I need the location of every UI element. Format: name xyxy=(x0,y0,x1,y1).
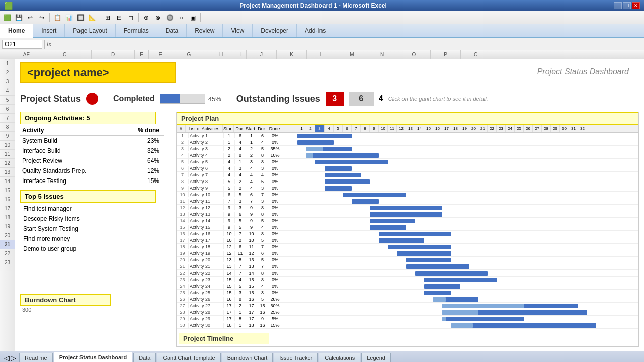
gantt-row-s2: 15 xyxy=(246,284,257,289)
gantt-header: Project Plan xyxy=(177,112,638,125)
window-controls[interactable]: – ❐ ✕ xyxy=(614,2,640,9)
gantt-inner: # List of Activities Start Dur Start Dur… xyxy=(177,125,638,329)
project-name-cell[interactable]: <project name> xyxy=(20,62,176,83)
gantt-chart-col-header: 25 xyxy=(515,125,524,132)
tab-legend[interactable]: Legend xyxy=(361,353,391,362)
tab-nav-right[interactable]: ▷ xyxy=(11,354,16,362)
tb-icon-10[interactable]: 🔘 xyxy=(165,13,175,23)
col-ae[interactable]: AE xyxy=(15,50,38,59)
gantt-row-s1: 9 xyxy=(224,218,235,223)
col-f[interactable]: F xyxy=(149,50,172,59)
gantt-row-name: Activity 25 xyxy=(189,290,224,295)
tab-project-status-dashboard[interactable]: Project Status Dashboard xyxy=(54,352,132,362)
gantt-chart-col-header: 18 xyxy=(451,125,460,132)
gantt-row-num: 25 xyxy=(177,290,189,295)
col-i[interactable]: I xyxy=(236,50,247,59)
tab-gantt-chart-template[interactable]: Gantt Chart Template xyxy=(157,353,220,362)
office-icon[interactable]: 🟩 xyxy=(2,13,12,23)
gantt-bar-done xyxy=(306,153,313,158)
tb-icon-7[interactable]: ◻ xyxy=(126,13,136,23)
gantt-row-s2: 9 xyxy=(246,212,257,217)
tab-home[interactable]: Home xyxy=(0,24,33,38)
name-box[interactable] xyxy=(2,40,42,49)
tab-read-me[interactable]: Read me xyxy=(19,353,53,362)
activity-row: Interface Testing15% xyxy=(20,176,164,186)
tab-nav-left[interactable]: ◁ xyxy=(4,354,10,362)
gantt-chart-area[interactable]: 1234567891011121314151617181920212223242… xyxy=(297,125,638,329)
tab-data[interactable]: Data xyxy=(157,24,187,37)
tb-icon-3[interactable]: 🔲 xyxy=(75,13,86,23)
gantt-table-row: 27 Activity 27 17 2 17 15 60% xyxy=(177,303,297,309)
col-p[interactable]: P xyxy=(431,50,461,59)
tb-icon-2[interactable]: 📊 xyxy=(64,13,74,23)
gantt-chart-col-header: 32 xyxy=(578,125,587,132)
tb-icon-4[interactable]: 📐 xyxy=(87,13,97,23)
gantt-bar-row xyxy=(297,178,638,185)
gantt-row-name: Activity 4 xyxy=(189,153,224,158)
gantt-row-name: Activity 22 xyxy=(189,270,224,276)
tab-calculations[interactable]: Calculations xyxy=(319,353,360,362)
tb-icon-8[interactable]: ⊕ xyxy=(141,13,151,23)
col-o[interactable]: O xyxy=(397,50,431,59)
gantt-table-row: 9 Activity 9 5 2 4 3 0% xyxy=(177,185,297,192)
col-k[interactable]: K xyxy=(277,50,307,59)
col-e[interactable]: E xyxy=(135,50,149,59)
gantt-chart-col-header: 21 xyxy=(478,125,488,132)
issue-row: Start System Testing xyxy=(20,224,164,234)
gcol-dur1: Dur xyxy=(234,125,245,132)
redo-icon[interactable]: ↪ xyxy=(37,13,47,23)
col-j[interactable]: J xyxy=(247,50,277,59)
save-icon[interactable]: 💾 xyxy=(14,13,24,23)
tb-icon-1[interactable]: 📋 xyxy=(52,13,62,23)
tb-icon-12[interactable]: ▣ xyxy=(188,13,198,23)
row-4: 4 xyxy=(0,86,15,96)
col-m[interactable]: M xyxy=(337,50,367,59)
col-c[interactable]: C xyxy=(38,50,92,59)
gantt-bar-row xyxy=(297,237,638,244)
tb-icon-9[interactable]: ⊗ xyxy=(153,13,163,23)
gantt-row-d1: 3 xyxy=(235,199,246,204)
undo-icon[interactable]: ↩ xyxy=(25,13,35,23)
col-g[interactable]: G xyxy=(172,50,206,59)
gantt-row-name: Activity 10 xyxy=(189,192,224,197)
gantt-bar xyxy=(352,199,379,204)
gantt-row-d2: 3 xyxy=(257,199,268,204)
gantt-bar-done xyxy=(306,147,323,151)
tab-data[interactable]: Data xyxy=(133,353,156,362)
tab-developer[interactable]: Developer xyxy=(253,24,297,37)
gantt-row-num: 24 xyxy=(177,284,189,289)
col-c2[interactable]: C xyxy=(461,50,491,59)
tab-page-layout[interactable]: Page Layout xyxy=(65,24,115,37)
tab-view[interactable]: View xyxy=(223,24,253,37)
gantt-table-row: 19 Activity 19 12 11 12 6 0% xyxy=(177,250,297,257)
col-n[interactable]: N xyxy=(367,50,397,59)
gantt-row-d2: 8 xyxy=(257,231,268,236)
col-d[interactable]: D xyxy=(92,50,135,59)
col-h[interactable]: H xyxy=(206,50,236,59)
row-7: 7 xyxy=(0,114,15,123)
minimize-button[interactable]: – xyxy=(614,2,622,9)
activity-name: System Build xyxy=(20,136,122,146)
formula-input[interactable] xyxy=(53,41,642,48)
tab-formulas[interactable]: Formulas xyxy=(116,24,157,37)
gantt-row-s1: 18 xyxy=(224,323,235,328)
close-button[interactable]: ✕ xyxy=(632,2,640,9)
issue-row: Descope Risky Items xyxy=(20,214,164,224)
gantt-row-s2: 16 xyxy=(246,297,257,302)
tb-icon-5[interactable]: ⊞ xyxy=(103,13,113,23)
gcol-name: List of Activities xyxy=(186,125,223,132)
tab-issue-tracker[interactable]: Issue Tracker xyxy=(274,353,318,362)
tb-icon-6[interactable]: ⊟ xyxy=(114,13,124,23)
row-12: 12 xyxy=(0,159,15,168)
gantt-row-d1: 7 xyxy=(235,231,246,236)
col-l[interactable]: L xyxy=(307,50,337,59)
tab-burndown-chart[interactable]: Burndown Chart xyxy=(222,353,273,362)
tab-review[interactable]: Review xyxy=(187,24,223,37)
gantt-bar-row xyxy=(297,231,638,237)
gantt-row-num: 27 xyxy=(177,303,189,308)
tb-icon-11[interactable]: ○ xyxy=(176,13,186,23)
restore-button[interactable]: ❐ xyxy=(623,2,631,9)
tab-insert[interactable]: Insert xyxy=(33,24,65,37)
gantt-row-done: 0% xyxy=(268,244,282,249)
tab-addins[interactable]: Add-Ins xyxy=(297,24,334,37)
